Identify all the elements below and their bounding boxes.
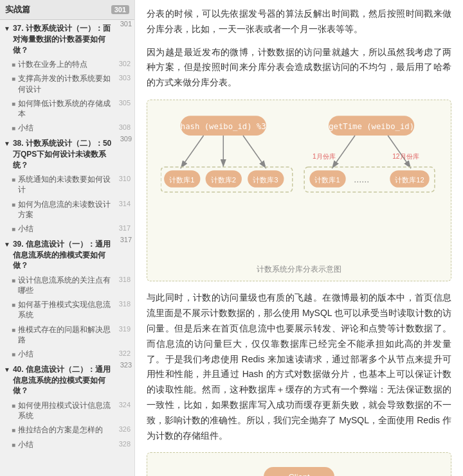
sidebar-item-7[interactable]: ■ 设计信息流系统的关注点有哪些 318 <box>0 273 134 297</box>
section-40-title: 40. 信息流设计（二）：通用信息流系统的拉模式要如何做？ <box>13 364 113 396</box>
sidebar-title: 实战篇 <box>5 4 30 15</box>
section-38-title: 38. 计数系统设计（二）：50万QPS下如何设计未读数系统？ <box>13 138 113 170</box>
sidebar-item-1[interactable]: ■ 支撑高并发的计数系统要如何设计 303 <box>0 71 134 96</box>
section-39-row[interactable]: ▼ 39. 信息流设计（一）：通用信息流系统的推模式要如何做？ 317 <box>0 236 134 273</box>
svg-text:......: ...... <box>354 174 369 184</box>
main-content: 分表的时候，可以先依据发号器的算法反解出时间戳，然后按照时间戳来做分库分表，比如… <box>135 0 463 476</box>
item-num-5: 314 <box>115 199 131 209</box>
svg-line-8 <box>332 136 355 168</box>
item-icon-8: ■ <box>12 301 15 310</box>
section-39-num: 317 <box>116 236 134 243</box>
svg-line-5 <box>181 136 204 168</box>
sidebar-item-8[interactable]: ■ 如何基于推模式实现信息流系统 318 <box>0 297 134 322</box>
item-label-4: 系统通知的未读数要如何设计 <box>18 174 115 195</box>
item-icon-7: ■ <box>12 276 15 285</box>
sidebar-item-3[interactable]: ■ 小结 308 <box>0 121 134 135</box>
item-label-8: 如何基于推模式实现信息流系统 <box>18 299 115 320</box>
item-num-6: 317 <box>115 224 131 233</box>
svg-text:12月份库: 12月份库 <box>392 153 419 160</box>
item-icon-4: ■ <box>12 175 15 184</box>
svg-line-9 <box>388 136 411 168</box>
svg-text:计数库12: 计数库12 <box>395 176 424 184</box>
sidebar-item-6[interactable]: ■ 小结 317 <box>0 222 134 236</box>
section-37-num: 301 <box>116 20 134 28</box>
diagram1-caption: 计数系统分库分表示意图 <box>154 263 444 276</box>
item-label-2: 如何降低计数系统的存储成本 <box>18 98 115 119</box>
item-num-7: 318 <box>115 275 131 285</box>
para2: 因为越是最近发布的微博，计数数据的访问量就越大，所以虽然我考虑了两种方案，但是按… <box>147 45 451 91</box>
section-39-title: 39. 信息流设计（一）：通用信息流系统的推模式要如何做？ <box>13 239 113 271</box>
sidebar-item-2[interactable]: ■ 如何降低计数系统的存储成本 305 <box>0 96 134 121</box>
sidebar-item-4[interactable]: ■ 系统通知的未读数要如何设计 310 <box>0 172 134 197</box>
section-40-num: 323 <box>116 361 134 369</box>
para1: 分表的时候，可以先依据发号器的算法反解出时间戳，然后按照时间戳来做分库分表，比如… <box>147 6 451 37</box>
section-38-num: 309 <box>116 135 134 143</box>
svg-text:计数库3: 计数库3 <box>253 176 278 184</box>
sidebar: 实战篇 301 ▼ 37. 计数系统设计（一）：面对海量数据的计数器要如何做？ … <box>0 0 135 476</box>
section-38: ▼ 38. 计数系统设计（二）：50万QPS下如何设计未读数系统？ 309 ■ … <box>0 135 134 236</box>
item-icon-13: ■ <box>12 441 15 450</box>
item-num-8: 318 <box>115 299 131 309</box>
diagram2: Client Redis Master 1 Redis Master 2 Red… <box>147 452 451 476</box>
item-icon-3: ■ <box>12 124 15 133</box>
section-38-row[interactable]: ▼ 38. 计数系统设计（二）：50万QPS下如何设计未读数系统？ 309 <box>0 135 134 172</box>
section-37-arrow: ▼ <box>4 24 10 33</box>
section-40-row[interactable]: ▼ 40. 信息流设计（二）：通用信息流系统的拉模式要如何做？ 323 <box>0 361 134 398</box>
item-num-9: 319 <box>115 324 131 334</box>
tree-diagram: hash (weibo_id) %3 getTime (weibo_id) 1月… <box>161 109 437 254</box>
svg-text:Client: Client <box>288 472 310 476</box>
svg-text:1月份库: 1月份库 <box>313 153 336 160</box>
item-icon-12: ■ <box>12 426 15 435</box>
item-label-7: 设计信息流系统的关注点有哪些 <box>18 275 115 295</box>
item-icon-10: ■ <box>12 350 15 359</box>
item-icon-1: ■ <box>12 75 15 84</box>
redis-diagram-svg: Client Redis Master 1 Redis Master 2 Red… <box>164 462 434 476</box>
item-label-5: 如何为信息流的未读数设计方案 <box>18 199 115 220</box>
section-40-arrow: ▼ <box>4 366 10 375</box>
sidebar-item-11[interactable]: ■ 如何使用拉模式设计信息流系统 324 <box>0 398 134 423</box>
svg-text:hash (weibo_id) %3: hash (weibo_id) %3 <box>181 122 266 131</box>
sidebar-badge: 301 <box>111 5 129 14</box>
svg-text:计数库1: 计数库1 <box>169 176 194 184</box>
sidebar-item-10[interactable]: ■ 小结 322 <box>0 347 134 361</box>
section-38-arrow: ▼ <box>4 139 10 148</box>
item-label-12: 推拉结合的方案是怎样的 <box>18 425 115 435</box>
item-num-10: 322 <box>115 349 131 358</box>
section-39-arrow: ▼ <box>4 240 10 249</box>
item-label-10: 小结 <box>18 349 115 359</box>
svg-text:getTime (weibo_id): getTime (weibo_id) <box>329 122 414 131</box>
sidebar-header[interactable]: 实战篇 301 <box>0 0 134 20</box>
section-37-row[interactable]: ▼ 37. 计数系统设计（一）：面对海量数据的计数器要如何做？ 301 <box>0 20 134 57</box>
item-num-4: 310 <box>115 174 131 184</box>
section-37-title: 37. 计数系统设计（一）：面对海量数据的计数器要如何做？ <box>13 23 113 55</box>
para3: 与此同时，计数的访问量级也有质的飞越。在微博最初的版本中，首页信息流里面是不展示… <box>147 290 451 443</box>
item-icon-6: ■ <box>12 225 15 234</box>
item-num-1: 303 <box>115 73 131 83</box>
item-num-12: 326 <box>115 425 131 434</box>
sidebar-item-13[interactable]: ■ 小结 328 <box>0 437 134 452</box>
item-num-3: 308 <box>115 123 131 132</box>
item-num-0: 302 <box>115 59 131 69</box>
item-num-11: 324 <box>115 400 131 410</box>
item-icon-2: ■ <box>12 100 15 109</box>
section-40: ▼ 40. 信息流设计（二）：通用信息流系统的拉模式要如何做？ 323 ■ 如何… <box>0 361 134 452</box>
sidebar-item-12[interactable]: ■ 推拉结合的方案是怎样的 326 <box>0 423 134 437</box>
item-label-11: 如何使用拉模式设计信息流系统 <box>18 400 115 421</box>
item-label-3: 小结 <box>18 123 115 133</box>
item-icon-5: ■ <box>12 200 15 209</box>
sidebar-item-9[interactable]: ■ 推模式存在的问题和解决思路 319 <box>0 322 134 347</box>
sidebar-item-0[interactable]: ■ 计数在业务上的特点 302 <box>0 57 134 71</box>
section-39: ▼ 39. 信息流设计（一）：通用信息流系统的推模式要如何做？ 317 ■ 设计… <box>0 236 134 361</box>
item-label-9: 推模式存在的问题和解决思路 <box>18 324 115 345</box>
sidebar-item-5[interactable]: ■ 如何为信息流的未读数设计方案 314 <box>0 197 134 222</box>
section-37: ▼ 37. 计数系统设计（一）：面对海量数据的计数器要如何做？ 301 ■ 计数… <box>0 20 134 135</box>
item-icon-11: ■ <box>12 401 15 410</box>
item-icon-9: ■ <box>12 326 15 335</box>
svg-text:计数库1: 计数库1 <box>314 176 340 184</box>
item-label-13: 小结 <box>18 439 115 450</box>
diagram1: hash (weibo_id) %3 getTime (weibo_id) 1月… <box>147 100 451 281</box>
item-label-1: 支撑高并发的计数系统要如何设计 <box>18 73 115 94</box>
item-label-6: 小结 <box>18 224 115 234</box>
item-label-0: 计数在业务上的特点 <box>18 59 115 69</box>
item-icon-0: ■ <box>12 60 15 69</box>
